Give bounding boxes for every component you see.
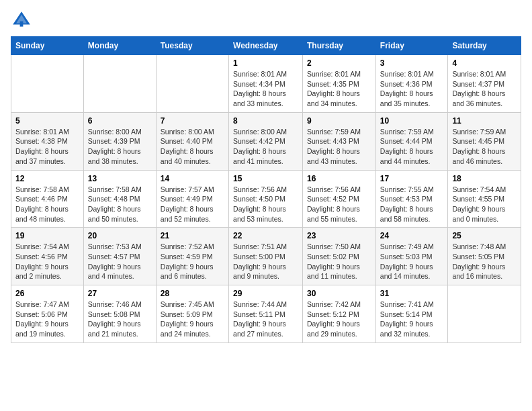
day-info: Sunrise: 7:48 AM Sunset: 5:05 PM Dayligh…: [452, 242, 517, 281]
day-cell: 16Sunrise: 7:56 AM Sunset: 4:52 PM Dayli…: [303, 170, 376, 228]
day-cell: 29Sunrise: 7:44 AM Sunset: 5:11 PM Dayli…: [229, 285, 303, 343]
day-info: Sunrise: 7:49 AM Sunset: 5:03 PM Dayligh…: [380, 242, 444, 281]
day-info: Sunrise: 7:47 AM Sunset: 5:06 PM Dayligh…: [15, 300, 79, 339]
day-cell: 30Sunrise: 7:42 AM Sunset: 5:12 PM Dayli…: [303, 285, 376, 343]
day-number: 27: [88, 289, 152, 298]
day-info: Sunrise: 7:42 AM Sunset: 5:12 PM Dayligh…: [307, 300, 371, 339]
day-number: 20: [88, 231, 152, 240]
day-number: 12: [15, 174, 79, 183]
day-number: 19: [15, 231, 79, 240]
day-number: 5: [15, 116, 79, 126]
day-cell: 20Sunrise: 7:53 AM Sunset: 4:57 PM Dayli…: [83, 228, 156, 285]
day-cell: 26Sunrise: 7:47 AM Sunset: 5:06 PM Dayli…: [11, 285, 84, 343]
week-row-2: 5Sunrise: 8:01 AM Sunset: 4:38 PM Daylig…: [11, 112, 521, 170]
day-cell: 13Sunrise: 7:58 AM Sunset: 4:48 PM Dayli…: [83, 170, 156, 228]
calendar-header: SundayMondayTuesdayWednesdayThursdayFrid…: [11, 37, 521, 55]
day-number: 1: [233, 58, 298, 68]
day-cell: 9Sunrise: 7:59 AM Sunset: 4:43 PM Daylig…: [303, 112, 376, 170]
day-number: 17: [380, 174, 444, 183]
day-number: 18: [452, 174, 517, 183]
day-cell: 31Sunrise: 7:41 AM Sunset: 5:14 PM Dayli…: [375, 285, 448, 343]
header-day-wednesday: Wednesday: [229, 37, 303, 55]
day-info: Sunrise: 7:51 AM Sunset: 5:00 PM Dayligh…: [233, 242, 298, 281]
day-info: Sunrise: 8:00 AM Sunset: 4:39 PM Dayligh…: [88, 127, 152, 167]
header: [11, 7, 521, 31]
day-cell: 6Sunrise: 8:00 AM Sunset: 4:39 PM Daylig…: [83, 112, 156, 170]
header-day-saturday: Saturday: [448, 37, 521, 55]
day-number: 13: [88, 174, 152, 183]
day-number: 21: [161, 231, 224, 240]
day-info: Sunrise: 7:59 AM Sunset: 4:43 PM Dayligh…: [307, 127, 371, 167]
day-cell: [156, 55, 228, 113]
day-info: Sunrise: 8:01 AM Sunset: 4:37 PM Dayligh…: [452, 69, 517, 109]
day-info: Sunrise: 7:59 AM Sunset: 4:44 PM Dayligh…: [380, 127, 444, 167]
day-cell: 11Sunrise: 7:59 AM Sunset: 4:45 PM Dayli…: [448, 112, 521, 170]
day-info: Sunrise: 8:00 AM Sunset: 4:40 PM Dayligh…: [161, 127, 224, 167]
day-info: Sunrise: 7:55 AM Sunset: 4:53 PM Dayligh…: [380, 185, 444, 224]
day-cell: 15Sunrise: 7:56 AM Sunset: 4:50 PM Dayli…: [229, 170, 303, 228]
day-info: Sunrise: 7:59 AM Sunset: 4:45 PM Dayligh…: [452, 127, 517, 167]
day-cell: 10Sunrise: 7:59 AM Sunset: 4:44 PM Dayli…: [375, 112, 448, 170]
day-info: Sunrise: 7:54 AM Sunset: 4:55 PM Dayligh…: [452, 185, 517, 224]
day-number: 14: [161, 174, 224, 183]
header-day-thursday: Thursday: [303, 37, 376, 55]
day-cell: 18Sunrise: 7:54 AM Sunset: 4:55 PM Dayli…: [448, 170, 521, 228]
day-number: 29: [233, 289, 298, 298]
day-number: 2: [307, 58, 371, 68]
day-info: Sunrise: 7:50 AM Sunset: 5:02 PM Dayligh…: [307, 242, 371, 281]
day-cell: 12Sunrise: 7:58 AM Sunset: 4:46 PM Dayli…: [11, 170, 84, 228]
day-info: Sunrise: 7:44 AM Sunset: 5:11 PM Dayligh…: [233, 300, 298, 339]
day-number: 8: [233, 116, 298, 126]
day-cell: 7Sunrise: 8:00 AM Sunset: 4:40 PM Daylig…: [156, 112, 228, 170]
week-row-5: 26Sunrise: 7:47 AM Sunset: 5:06 PM Dayli…: [11, 285, 521, 343]
header-day-tuesday: Tuesday: [156, 37, 228, 55]
day-number: 26: [15, 289, 79, 298]
day-info: Sunrise: 8:01 AM Sunset: 4:36 PM Dayligh…: [380, 69, 444, 109]
day-cell: 22Sunrise: 7:51 AM Sunset: 5:00 PM Dayli…: [229, 228, 303, 285]
day-info: Sunrise: 8:00 AM Sunset: 4:42 PM Dayligh…: [233, 127, 298, 167]
logo: [11, 9, 34, 31]
logo-icon: [11, 9, 32, 31]
header-day-monday: Monday: [83, 37, 156, 55]
day-info: Sunrise: 7:58 AM Sunset: 4:48 PM Dayligh…: [88, 185, 152, 224]
day-number: 6: [88, 116, 152, 126]
day-info: Sunrise: 7:57 AM Sunset: 4:49 PM Dayligh…: [161, 185, 224, 224]
header-day-sunday: Sunday: [11, 37, 84, 55]
day-number: 22: [233, 231, 298, 240]
day-info: Sunrise: 7:41 AM Sunset: 5:14 PM Dayligh…: [380, 300, 444, 339]
day-cell: 8Sunrise: 8:00 AM Sunset: 4:42 PM Daylig…: [229, 112, 303, 170]
day-number: 11: [452, 116, 517, 126]
day-number: 31: [380, 289, 444, 298]
calendar: SundayMondayTuesdayWednesdayThursdayFrid…: [11, 36, 521, 343]
day-info: Sunrise: 7:58 AM Sunset: 4:46 PM Dayligh…: [15, 185, 79, 224]
day-number: 28: [161, 289, 224, 298]
day-cell: 19Sunrise: 7:54 AM Sunset: 4:56 PM Dayli…: [11, 228, 84, 285]
day-cell: 21Sunrise: 7:52 AM Sunset: 4:59 PM Dayli…: [156, 228, 228, 285]
day-number: 25: [452, 231, 517, 240]
svg-rect-2: [20, 21, 24, 27]
day-cell: 24Sunrise: 7:49 AM Sunset: 5:03 PM Dayli…: [375, 228, 448, 285]
day-number: 23: [307, 231, 371, 240]
day-number: 3: [380, 58, 444, 68]
day-info: Sunrise: 8:01 AM Sunset: 4:38 PM Dayligh…: [15, 127, 79, 167]
day-info: Sunrise: 7:53 AM Sunset: 4:57 PM Dayligh…: [88, 242, 152, 281]
day-cell: [448, 285, 521, 343]
day-cell: 1Sunrise: 8:01 AM Sunset: 4:34 PM Daylig…: [229, 55, 303, 113]
day-info: Sunrise: 7:46 AM Sunset: 5:08 PM Dayligh…: [88, 300, 152, 339]
day-cell: 27Sunrise: 7:46 AM Sunset: 5:08 PM Dayli…: [83, 285, 156, 343]
day-cell: 25Sunrise: 7:48 AM Sunset: 5:05 PM Dayli…: [448, 228, 521, 285]
day-cell: 28Sunrise: 7:45 AM Sunset: 5:09 PM Dayli…: [156, 285, 228, 343]
page: SundayMondayTuesdayWednesdayThursdayFrid…: [0, 0, 532, 354]
day-info: Sunrise: 7:56 AM Sunset: 4:52 PM Dayligh…: [307, 185, 371, 224]
day-number: 15: [233, 174, 298, 183]
calendar-body: 1Sunrise: 8:01 AM Sunset: 4:34 PM Daylig…: [11, 55, 521, 343]
week-row-4: 19Sunrise: 7:54 AM Sunset: 4:56 PM Dayli…: [11, 228, 521, 285]
day-cell: [83, 55, 156, 113]
day-cell: 5Sunrise: 8:01 AM Sunset: 4:38 PM Daylig…: [11, 112, 84, 170]
day-cell: 4Sunrise: 8:01 AM Sunset: 4:37 PM Daylig…: [448, 55, 521, 113]
week-row-1: 1Sunrise: 8:01 AM Sunset: 4:34 PM Daylig…: [11, 55, 521, 113]
day-cell: 17Sunrise: 7:55 AM Sunset: 4:53 PM Dayli…: [375, 170, 448, 228]
day-cell: 14Sunrise: 7:57 AM Sunset: 4:49 PM Dayli…: [156, 170, 228, 228]
day-info: Sunrise: 7:52 AM Sunset: 4:59 PM Dayligh…: [161, 242, 224, 281]
day-number: 7: [161, 116, 224, 126]
